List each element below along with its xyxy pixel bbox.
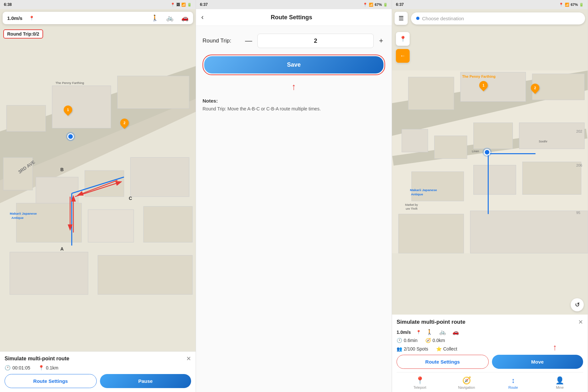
pause-btn-1[interactable]: Pause [100,374,191,388]
dest-bar-3[interactable]: Choose destination [411,12,585,24]
close-btn-3[interactable]: ✕ [578,318,583,326]
svg-text:A: A [60,246,64,252]
car-icon-1[interactable]: 🚗 [181,14,188,22]
panel-title-3: Simulate multi-point route [397,319,466,325]
map-area-1[interactable]: 3RD AVE The Penny Farthing Makarii Japan… [0,9,196,351]
action-row-3: Route Settings Move ↑ [397,355,583,369]
svg-rect-36 [519,123,584,149]
phone1: 6:38 📍 🖼 📶 🔋 3RD [0,0,196,392]
nav-icon-3: 🧭 [425,338,431,343]
orange-toolbar-btn-3[interactable]: ← [396,49,410,63]
round-trip-row-2: Round Trip: — + [203,34,385,48]
round-trip-badge-1: Round Trip:0/2 [3,29,43,39]
svg-text:Soothr: Soothr [539,140,547,143]
phone2: 6:37 📍 📶 67% 🔋 ‹ Route Settings Round Tr… [196,0,392,392]
current-location-dot-3 [484,149,490,155]
back-btn-2[interactable]: ‹ [201,13,204,22]
svg-text:Linen: Linen [472,150,479,153]
current-location-dot-1 [67,133,74,140]
svg-rect-32 [532,74,584,100]
svg-text:206: 206 [576,163,582,167]
plus-btn-2[interactable]: + [377,37,385,45]
stat-dist-3: 🧭 0.0km [425,338,445,343]
dest-placeholder-3: Choose destination [422,16,464,21]
navigation-icon-3: 🧭 [462,376,471,385]
time-3: 6:37 [396,2,404,7]
svg-rect-38 [474,165,516,194]
svg-rect-8 [130,157,189,197]
route-settings-btn-3[interactable]: Route Settings [397,355,489,369]
notes-section-2: Notes: Round Trip: Move the A-B-C or C-B… [203,95,385,112]
speed-bar-1: 1.0m/s 📍 🚶 🚲 🚗 [3,12,193,24]
bottom-panel-1: Simulate multi-point route ✕ 🕐 00:01:05 … [0,351,196,392]
car-icon-3[interactable]: 🚗 [452,329,459,335]
stats-row-3b: 👥 2/100 Spots ⭐ Collect [397,346,583,351]
status-bar-1: 6:38 📍 🖼 📶 🔋 [0,0,196,9]
spots-icon-3: 👥 [397,346,402,351]
svg-text:Market by: Market by [405,203,418,206]
svg-text:The Penny Farthing: The Penny Farthing [462,74,496,78]
stepper-2: — + [243,34,385,48]
time-1: 6:38 [4,2,12,7]
form-body-2: Round Trip: — + Save ↑ Notes: Round Trip… [196,26,392,392]
svg-text:Antique: Antique [411,192,423,196]
svg-line-20 [75,182,121,197]
svg-text:Makarii Japanese: Makarii Japanese [10,212,37,215]
nav-mine-3[interactable]: 👤 Mine [536,375,583,391]
bottom-panel-3: Simulate multi-point route ✕ 1.0m/s 📍 🚶 … [392,315,588,392]
nav-teleport-3[interactable]: 📍 Teleport [397,375,443,391]
svg-text:C: C [129,196,132,201]
route-icon-3: ↕ [511,376,515,385]
svg-rect-7 [85,171,124,197]
svg-text:B: B [60,167,64,172]
svg-rect-11 [143,206,192,242]
nav-navigation-3[interactable]: 🧭 Navigation [443,375,490,391]
reset-btn-3[interactable]: ↺ [571,298,584,311]
mine-icon-3: 👤 [555,376,564,385]
svg-rect-37 [412,172,464,201]
pin-2-3: 2 [531,84,539,92]
svg-text:Makarii Japanese: Makarii Japanese [410,188,437,192]
hamburger-btn-3[interactable]: ☰ [395,12,408,25]
speed-transport-row-3: 1.0m/s 📍 🚶 🚲 🚗 [397,329,583,335]
save-btn-2[interactable]: Save [204,56,384,74]
status-icons-1: 📍 🖼 📶 🔋 [171,3,192,7]
nav-icon-1: 📍 [38,365,44,371]
action-row-1: Route Settings Pause [5,374,191,388]
svg-rect-33 [402,129,428,152]
walk-icon-1[interactable]: 🚶 [151,14,158,22]
svg-rect-9 [16,203,82,242]
panel-title-1: Simulate multi-point route [5,356,69,362]
svg-rect-31 [461,72,526,102]
pin-toolbar-btn-3[interactable]: 📍 [396,32,410,46]
svg-rect-29 [392,129,587,166]
trip-count-input-2[interactable] [257,34,374,48]
svg-text:95: 95 [576,211,580,215]
transport-icons-3: 🚶 🚲 🚗 [426,329,459,335]
svg-marker-28 [392,71,588,136]
svg-rect-13 [98,255,193,295]
svg-rect-41 [470,211,588,253]
nav-route-3[interactable]: ↕ Route [490,375,537,391]
svg-text:3RD AVE: 3RD AVE [17,159,36,175]
form-title-2: Route Settings [207,14,375,21]
round-trip-label-2: Round Trip: [203,38,238,44]
move-btn-3[interactable]: Move [492,355,583,369]
svg-rect-30 [408,77,454,110]
map-area-3[interactable]: The Penny Farthing Makarii Japanese Anti… [392,9,588,315]
stat-collect-3: ⭐ Collect [436,346,457,351]
phone3: 6:37 📍 📶 67% 🔋 [392,0,588,392]
stats-row-1: 🕐 00:01:05 📍 0.1km [5,365,191,371]
walk-icon-3[interactable]: 🚶 [426,329,433,335]
bike-icon-1[interactable]: 🚲 [166,14,173,22]
bike-icon-3[interactable]: 🚲 [439,329,446,335]
clock-icon-3: 🕐 [397,338,402,343]
svg-text:ure Thrift: ure Thrift [406,207,417,210]
status-bar-3: 6:37 📍 📶 67% 🔋 [392,0,588,9]
left-toolbar-3: 📍 ← [396,32,410,63]
minus-btn-2[interactable]: — [243,37,254,45]
map-top-bar-3: ☰ Choose destination [395,12,585,25]
close-btn-1[interactable]: ✕ [186,355,191,362]
save-btn-wrapper-2: Save [203,55,385,75]
route-settings-btn-1[interactable]: Route Settings [5,374,97,388]
